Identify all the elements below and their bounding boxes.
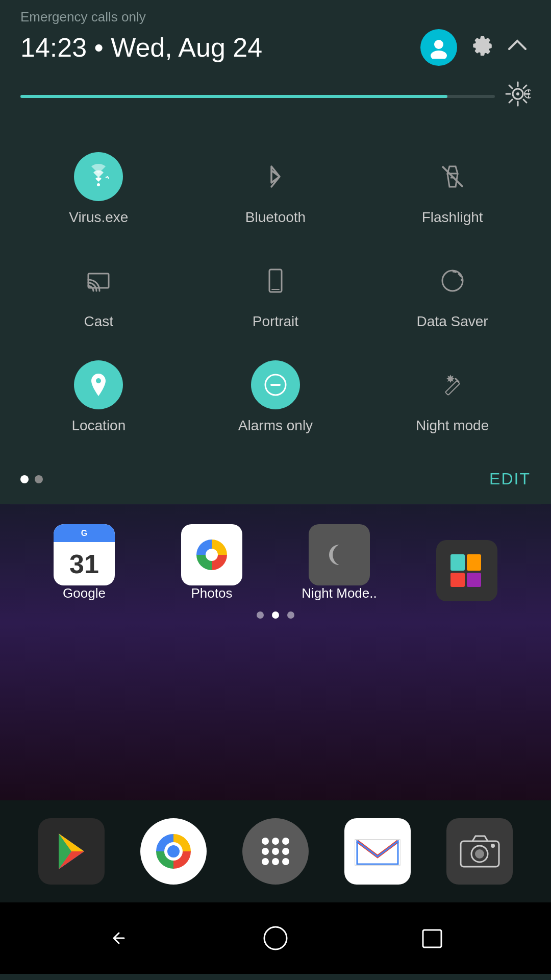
svg-point-47 [272,858,279,865]
qs-row-3: Location Alarms only Night m [10,350,541,444]
emergency-text: Emergency calls only [20,9,531,25]
portrait-icon-circle [251,256,300,305]
location-icon-circle [74,360,123,409]
svg-point-39 [167,845,180,857]
svg-point-17 [97,183,100,186]
svg-point-41 [272,838,279,845]
cast-icon-circle [74,256,123,305]
svg-rect-30 [450,573,465,587]
bluetooth-icon-circle [251,152,300,201]
svg-point-23 [442,271,463,291]
qs-tile-alarmsonly[interactable]: Alarms only [204,350,347,444]
svg-point-40 [262,838,269,845]
svg-point-1 [431,51,447,59]
svg-point-44 [272,848,279,855]
qs-row-2: Cast Portrait Data Saver [10,246,541,340]
colorful-app-icon [436,540,497,601]
qs-label-datasaver: Data Saver [417,313,488,330]
svg-line-19 [442,166,463,187]
qs-footer: EDIT [0,459,551,504]
quick-settings-panel: Virus.exe Bluetooth Flashlig [0,127,551,459]
home-dot-1 [257,611,264,619]
recents-button[interactable] [417,923,447,953]
qs-tile-location[interactable]: Location [27,350,170,444]
separator: • [94,33,104,62]
svg-point-53 [475,849,484,859]
svg-point-27 [206,549,218,561]
svg-rect-26 [445,381,459,395]
brightness-icon [505,81,531,111]
brightness-fill [20,95,447,98]
partial-apps-row: G 31 Google Photos [20,520,531,601]
svg-rect-21 [269,270,282,292]
qs-tile-bluetooth[interactable]: Bluetooth [204,142,347,236]
svg-point-46 [262,858,269,865]
qs-label-alarmsonly: Alarms only [238,418,313,434]
svg-rect-25 [270,384,281,386]
date: Wed, Aug 24 [111,33,262,62]
user-avatar-icon[interactable] [420,29,457,66]
dock-icon-apps[interactable] [242,818,309,885]
dot-2 [35,475,43,483]
svg-point-48 [282,858,289,865]
dot-1 [20,475,29,483]
app-icon-nightmode[interactable]: Night Mode.. [288,524,390,601]
app-label-photos: Photos [191,585,233,601]
svg-line-11 [509,100,512,103]
svg-line-10 [523,85,527,88]
status-icons [420,29,531,66]
svg-point-54 [491,844,495,848]
app-label-google: Google [63,585,106,601]
qs-label-nightmode: Night mode [416,418,489,434]
svg-point-43 [262,848,269,855]
svg-line-9 [523,100,527,103]
svg-point-45 [282,848,289,855]
svg-point-42 [282,838,289,845]
app-label-nightmode: Night Mode.. [302,585,377,601]
nav-bar [0,902,551,974]
qs-label-portrait: Portrait [253,313,298,330]
alarmsonly-icon-circle [251,360,300,409]
datasaver-icon-circle [428,256,477,305]
app-icon-colorful[interactable] [416,540,518,601]
brightness-section [0,71,551,127]
dock-icon-camera[interactable] [446,818,513,885]
time: 14:23 [20,33,87,62]
calendar-date: 31 [54,542,115,585]
qs-row-1: Virus.exe Bluetooth Flashlig [10,142,541,236]
qs-label-flashlight: Flashlight [422,209,483,226]
app-icon-photos[interactable]: Photos [161,524,263,601]
qs-tile-portrait[interactable]: Portrait [204,246,347,340]
dock-icon-playstore[interactable] [38,818,105,885]
expand-collapse-icon[interactable] [504,32,531,64]
qs-label-cast: Cast [84,313,114,330]
qs-label-wifi: Virus.exe [69,209,128,226]
qs-tile-flashlight[interactable]: Flashlight [381,142,524,236]
nightmode-icon-circle [428,360,477,409]
wifi-icon-circle [74,152,123,201]
dock-icon-chrome[interactable] [140,818,207,885]
brightness-slider[interactable] [20,95,495,98]
dock-icon-gmail[interactable] [344,818,411,885]
home-button[interactable] [260,923,291,953]
page-dots [20,475,43,483]
qs-tile-cast[interactable]: Cast [27,246,170,340]
svg-point-55 [264,927,287,949]
edit-button[interactable]: EDIT [489,470,531,488]
qs-tile-nightmode[interactable]: Night mode [381,350,524,444]
qs-tile-datasaver[interactable]: Data Saver [381,246,524,340]
svg-rect-22 [271,289,280,290]
app-icon-google[interactable]: G 31 Google [33,524,135,601]
svg-line-8 [509,85,512,88]
home-dot-2 [272,611,279,619]
time-date: 14:23 • Wed, Aug 24 [20,32,262,63]
settings-icon[interactable] [467,32,494,64]
svg-point-3 [516,92,519,95]
calendar-header: G [54,524,115,542]
qs-tile-wifi[interactable]: Virus.exe [27,142,170,236]
svg-rect-29 [467,554,481,571]
nightmode-app-icon [309,524,370,585]
back-button[interactable] [104,923,134,953]
svg-rect-31 [467,573,481,587]
dock [0,800,551,902]
